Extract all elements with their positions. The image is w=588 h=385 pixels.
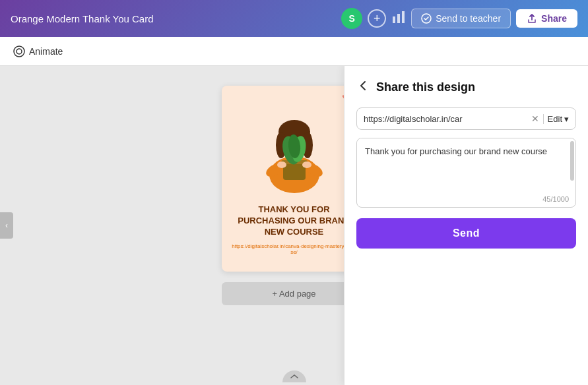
animate-button[interactable]: Animate [13,45,63,57]
secondary-bar: Animate [0,37,588,66]
url-row: https://digitalscholar.in/car ✕ Edit ▾ [356,107,576,130]
char-count: 45/1000 [542,195,569,203]
topbar-center: S + Send to teacher Share [341,8,577,29]
chart-icon[interactable] [391,10,406,28]
svg-point-22 [277,162,286,168]
url-edit-button[interactable]: Edit ▾ [543,114,569,124]
card-heading: THANK YOU FOR PURCHASING OUR BRAND NEW C… [232,204,357,238]
topbar-title: Orange Modern Thank You Card [11,13,154,24]
message-input[interactable] [357,138,575,204]
svg-rect-1 [397,14,400,23]
svg-point-23 [302,162,311,168]
animate-label: Animate [29,46,63,57]
animate-icon [13,45,25,57]
send-button[interactable]: Send [356,218,576,249]
page-arrow-left[interactable]: ‹ [0,212,13,239]
share-panel: Share this design https://digitalscholar… [344,66,588,385]
card-illustration [245,99,344,198]
share-icon [527,13,537,24]
scroll-up-arrow[interactable] [282,370,306,382]
message-area: 45/1000 [356,138,576,208]
main-area: ‹ ♥ ♥ [0,66,588,385]
topbar: Orange Modern Thank You Card S + Send to… [0,0,588,37]
svg-rect-0 [393,16,395,23]
share-panel-header: Share this design [356,79,576,96]
topbar-left: Orange Modern Thank You Card [11,13,154,24]
check-circle-icon [421,13,432,24]
svg-rect-2 [402,11,405,23]
card-link: https://digitalscholar.in/canva-designin… [232,243,357,255]
scrollbar-thumb [570,141,574,181]
avatar: S [341,8,362,29]
svg-point-5 [16,49,22,54]
url-clear-button[interactable]: ✕ [531,113,539,124]
back-button[interactable] [356,79,370,96]
svg-point-4 [14,46,24,57]
share-button[interactable]: Share [516,9,577,28]
add-collaborator-button[interactable]: + [368,9,386,28]
chevron-down-icon: ▾ [564,114,569,124]
send-to-teacher-button[interactable]: Send to teacher [411,9,511,28]
share-panel-title: Share this design [376,80,475,94]
url-text: https://digitalscholar.in/car [364,114,527,124]
